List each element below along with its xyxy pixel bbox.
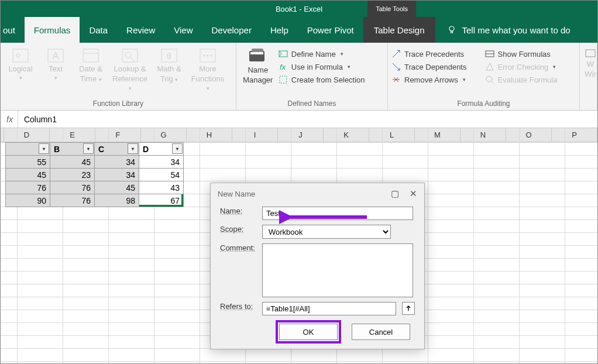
tab-data[interactable]: Data bbox=[80, 17, 117, 43]
column-header[interactable]: I bbox=[232, 128, 278, 142]
dialog-titlebar[interactable]: New Name ▢ ✕ bbox=[211, 183, 424, 204]
tag-icon bbox=[279, 49, 288, 59]
tab-table-design[interactable]: Table Design bbox=[363, 17, 435, 43]
table-row: 55453434 bbox=[6, 156, 184, 169]
fx-icon[interactable]: fx bbox=[2, 111, 18, 128]
tell-me-search[interactable]: Tell me what you want to do bbox=[447, 17, 570, 43]
column-header[interactable]: J bbox=[278, 128, 324, 142]
filter-dropdown-icon[interactable]: ▾ bbox=[83, 143, 94, 154]
column-header[interactable]: G bbox=[141, 128, 187, 142]
new-name-dialog: New Name ▢ ✕ Name: Scope:Workbook Commen… bbox=[210, 183, 425, 349]
create-from-selection-button[interactable]: Create from Selection bbox=[277, 73, 366, 86]
trace-precedents-button[interactable]: Trace Precedents bbox=[390, 47, 484, 60]
svg-rect-8 bbox=[122, 49, 138, 62]
svg-line-26 bbox=[492, 81, 494, 84]
formula-icon: fx bbox=[279, 62, 288, 71]
header-b[interactable]: B▾ bbox=[50, 143, 95, 156]
chevron-down-icon: ▾ bbox=[341, 51, 343, 57]
column-header[interactable]: E bbox=[50, 128, 95, 142]
svg-rect-20 bbox=[279, 51, 287, 57]
svg-text:θ: θ bbox=[167, 51, 171, 61]
name-manager-button[interactable]: NameManager bbox=[239, 46, 277, 86]
group-formula-auditing: Trace Precedents Trace Dependents Remove… bbox=[388, 43, 580, 110]
filter-dropdown-icon[interactable]: ▾ bbox=[39, 143, 49, 154]
svg-point-14 bbox=[204, 55, 205, 57]
name-input[interactable] bbox=[262, 207, 413, 220]
chevron-down-icon: ▾ bbox=[553, 64, 556, 70]
remove-arrows-button[interactable]: Remove Arrows▾ bbox=[390, 73, 484, 86]
chevron-down-icon: ▾ bbox=[348, 64, 350, 70]
column-header[interactable]: F bbox=[95, 128, 141, 142]
column-header[interactable]: K bbox=[324, 128, 369, 142]
collapse-dialog-icon[interactable] bbox=[402, 302, 415, 315]
selection-icon bbox=[279, 75, 288, 84]
lookup-reference-button[interactable]: Lookup &Reference ▾ bbox=[108, 46, 152, 94]
tab-power-pivot[interactable]: Power Pivot bbox=[298, 17, 363, 43]
window-title: Book1 - Excel bbox=[276, 5, 322, 13]
comment-label: Comment: bbox=[220, 243, 259, 252]
trace-dependents-button[interactable]: Trace Dependents bbox=[390, 60, 484, 73]
scope-select[interactable]: Workbook bbox=[262, 225, 391, 239]
group-function-library-label: Function Library bbox=[1, 99, 236, 110]
use-in-formula-button[interactable]: fxUse in Formula▾ bbox=[277, 60, 366, 73]
logical-button[interactable]: Logical▾ bbox=[3, 46, 38, 82]
tab-view[interactable]: View bbox=[164, 17, 202, 43]
dialog-title: New Name bbox=[218, 190, 255, 198]
tab-help[interactable]: Help bbox=[261, 17, 298, 43]
tab-formulas[interactable]: Formulas bbox=[25, 17, 80, 43]
formula-input[interactable]: Column1 bbox=[18, 111, 597, 128]
group-function-library: Logical▾ AText▾ Date &Time ▾ Lookup &Ref… bbox=[1, 43, 236, 110]
svg-point-25 bbox=[486, 76, 492, 82]
table-row: 90769867 bbox=[6, 194, 184, 207]
table-row: 45233454 bbox=[6, 169, 184, 181]
group-defined-names-label: Defined Names bbox=[236, 99, 387, 110]
logical-label: Logical bbox=[8, 65, 32, 74]
ribbon-tabs: out Formulas Data Review View Developer … bbox=[1, 17, 597, 43]
comment-textarea[interactable] bbox=[262, 243, 413, 297]
svg-rect-6 bbox=[83, 49, 98, 62]
svg-point-0 bbox=[449, 26, 454, 31]
name-manager-icon bbox=[248, 47, 268, 65]
close-icon[interactable]: ✕ bbox=[410, 188, 417, 199]
column-header[interactable]: P bbox=[552, 128, 597, 142]
tab-developer[interactable]: Developer bbox=[202, 17, 261, 43]
define-name-button[interactable]: Define Name▾ bbox=[277, 47, 366, 60]
remove-arrows-icon bbox=[391, 75, 401, 84]
data-table[interactable]: ▾ B▾ C▾ D▾ 55453434 45233454 76764543 90… bbox=[5, 142, 184, 207]
chevron-down-icon: ▾ bbox=[463, 77, 466, 83]
date-time-button[interactable]: Date &Time ▾ bbox=[73, 46, 108, 85]
show-formulas-button[interactable]: Show Formulas bbox=[484, 47, 578, 60]
svg-rect-2 bbox=[13, 49, 28, 62]
dependents-icon bbox=[391, 62, 401, 71]
watch-window-button[interactable]: WWir bbox=[582, 46, 598, 80]
column-header[interactable]: N bbox=[460, 128, 506, 142]
scope-label: Scope: bbox=[220, 225, 259, 233]
name-label: Name: bbox=[220, 207, 259, 215]
maximize-icon[interactable]: ▢ bbox=[391, 188, 399, 199]
show-formulas-icon bbox=[485, 49, 494, 59]
text-button[interactable]: AText▾ bbox=[38, 46, 73, 82]
column-header[interactable]: L bbox=[369, 128, 415, 142]
ok-button[interactable]: OK bbox=[279, 324, 338, 340]
filter-dropdown-icon[interactable]: ▾ bbox=[128, 143, 138, 154]
header-d[interactable]: D▾ bbox=[139, 143, 184, 156]
group-formula-auditing-label: Formula Auditing bbox=[388, 99, 579, 110]
column-header[interactable]: M bbox=[415, 128, 460, 142]
column-header[interactable]: H bbox=[187, 128, 232, 142]
text-label: Text bbox=[49, 65, 63, 74]
evaluate-formula-button[interactable]: Evaluate Formula bbox=[484, 73, 578, 86]
cancel-button[interactable]: Cancel bbox=[352, 324, 410, 340]
tab-out-partial[interactable]: out bbox=[1, 17, 25, 43]
error-checking-button[interactable]: Error Checking▾ bbox=[484, 60, 578, 73]
svg-rect-19 bbox=[252, 49, 263, 52]
column-header[interactable]: O bbox=[506, 128, 552, 142]
column-header[interactable]: D bbox=[4, 128, 50, 142]
more-functions-button[interactable]: MoreFunctions ▾ bbox=[187, 46, 229, 94]
refers-to-input[interactable] bbox=[262, 302, 396, 315]
tell-me-label: Tell me what you want to do bbox=[462, 25, 570, 35]
tab-review[interactable]: Review bbox=[117, 17, 164, 43]
math-trig-button[interactable]: θMath &Trig ▾ bbox=[152, 46, 187, 85]
svg-point-16 bbox=[211, 55, 212, 57]
header-c[interactable]: C▾ bbox=[95, 143, 139, 156]
filter-dropdown-icon[interactable]: ▾ bbox=[172, 143, 183, 154]
